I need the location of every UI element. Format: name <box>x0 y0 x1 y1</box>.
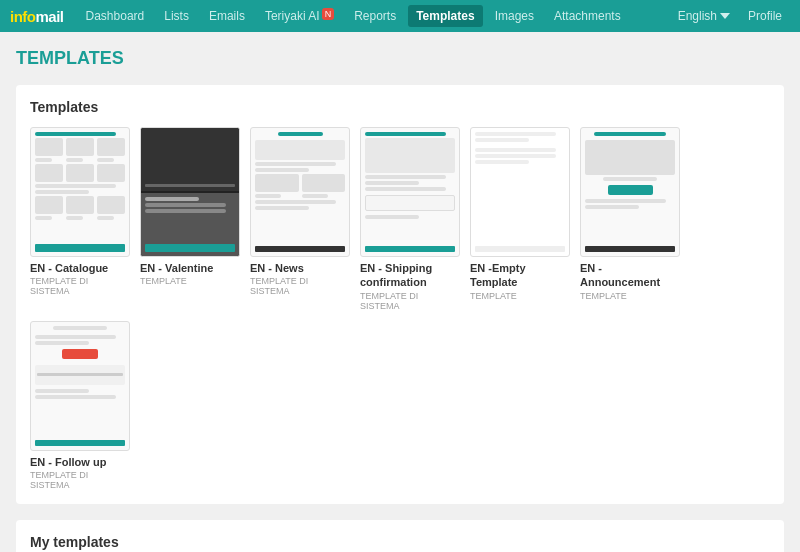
template-announcement[interactable]: EN - Announcement TEMPLATE <box>580 127 680 311</box>
template-thumb-followup <box>30 321 130 451</box>
template-name-shipping: EN - Shipping confirmation <box>360 261 460 290</box>
template-thumb-announcement <box>580 127 680 257</box>
nav-templates[interactable]: Templates <box>408 5 482 27</box>
my-templates-section: My templates ⋮ <box>16 520 784 552</box>
system-templates-section: Templates <box>16 85 784 504</box>
template-news[interactable]: EN - News TEMPLATE DI SISTEMA <box>250 127 350 311</box>
my-templates-title: My templates <box>30 534 770 550</box>
template-name-news: EN - News <box>250 261 350 275</box>
template-type-news: TEMPLATE DI SISTEMA <box>250 276 350 296</box>
brand-logo[interactable]: infomail <box>10 8 64 25</box>
template-name-announcement: EN - Announcement <box>580 261 680 290</box>
template-type-valentine: TEMPLATE <box>140 276 240 286</box>
nav-dashboard[interactable]: Dashboard <box>78 5 153 27</box>
template-thumb-news <box>250 127 350 257</box>
template-catalogue[interactable]: EN - Catalogue TEMPLATE DI SISTEMA <box>30 127 130 311</box>
template-shipping[interactable]: EN - Shipping confirmation TEMPLATE DI S… <box>360 127 460 311</box>
template-thumb-catalogue <box>30 127 130 257</box>
nav-right: English Profile <box>670 5 790 27</box>
template-name-followup: EN - Follow up <box>30 455 130 469</box>
nav-reports[interactable]: Reports <box>346 5 404 27</box>
template-type-announcement: TEMPLATE <box>580 291 680 301</box>
nav-attachments[interactable]: Attachments <box>546 5 629 27</box>
template-name-catalogue: EN - Catalogue <box>30 261 130 275</box>
template-type-empty: TEMPLATE <box>470 291 570 301</box>
navbar: infomail Dashboard Lists Emails Teriyaki… <box>0 0 800 32</box>
nav-images[interactable]: Images <box>487 5 542 27</box>
system-templates-grid: EN - Catalogue TEMPLATE DI SISTEMA <box>30 127 770 490</box>
template-type-shipping: TEMPLATE DI SISTEMA <box>360 291 460 311</box>
template-valentine[interactable]: EN - Valentine TEMPLATE <box>140 127 240 311</box>
template-thumb-valentine <box>140 127 240 257</box>
template-followup[interactable]: EN - Follow up TEMPLATE DI SISTEMA <box>30 321 130 490</box>
template-type-followup: TEMPLATE DI SISTEMA <box>30 470 130 490</box>
system-templates-title: Templates <box>30 99 770 115</box>
template-type-catalogue: TEMPLATE DI SISTEMA <box>30 276 130 296</box>
nav-lists[interactable]: Lists <box>156 5 197 27</box>
page-title: TEMPLATES <box>16 48 784 69</box>
nav-profile[interactable]: Profile <box>740 5 790 27</box>
template-thumb-empty <box>470 127 570 257</box>
template-name-valentine: EN - Valentine <box>140 261 240 275</box>
main-content: TEMPLATES Upload template User Manual Te… <box>0 32 800 552</box>
nav-emails[interactable]: Emails <box>201 5 253 27</box>
template-name-empty: EN -Empty Template <box>470 261 570 290</box>
page-header: TEMPLATES Upload template User Manual <box>16 48 784 69</box>
language-dropdown[interactable]: English <box>670 5 738 27</box>
nav-teriyaki[interactable]: Teriyaki AIN <box>257 5 342 27</box>
template-empty[interactable]: EN -Empty Template TEMPLATE <box>470 127 570 311</box>
template-thumb-shipping <box>360 127 460 257</box>
